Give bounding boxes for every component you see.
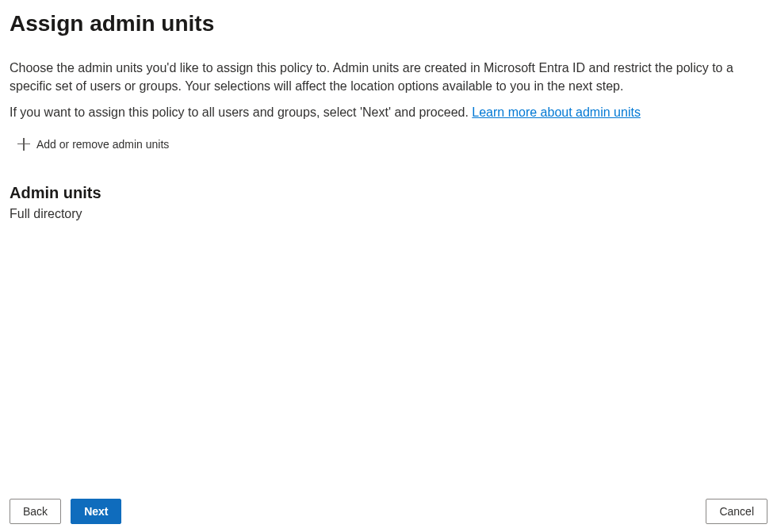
main-content: Assign admin units Choose the admin unit… (0, 0, 777, 221)
page-sub-description: If you want to assign this policy to all… (10, 103, 767, 121)
sub-description-text: If you want to assign this policy to all… (10, 105, 472, 119)
admin-units-value: Full directory (10, 207, 767, 221)
learn-more-link[interactable]: Learn more about admin units (472, 105, 641, 119)
page-description: Choose the admin units you'd like to ass… (10, 59, 767, 95)
admin-units-heading: Admin units (10, 184, 767, 202)
page-title: Assign admin units (10, 11, 767, 36)
next-button[interactable]: Next (71, 499, 121, 524)
back-button[interactable]: Back (10, 499, 61, 524)
wizard-footer: Back Next Cancel (0, 491, 777, 532)
add-remove-label: Add or remove admin units (36, 138, 169, 151)
add-remove-admin-units-button[interactable]: Add or remove admin units (10, 136, 767, 152)
cancel-button[interactable]: Cancel (706, 499, 767, 524)
plus-icon (17, 138, 30, 151)
